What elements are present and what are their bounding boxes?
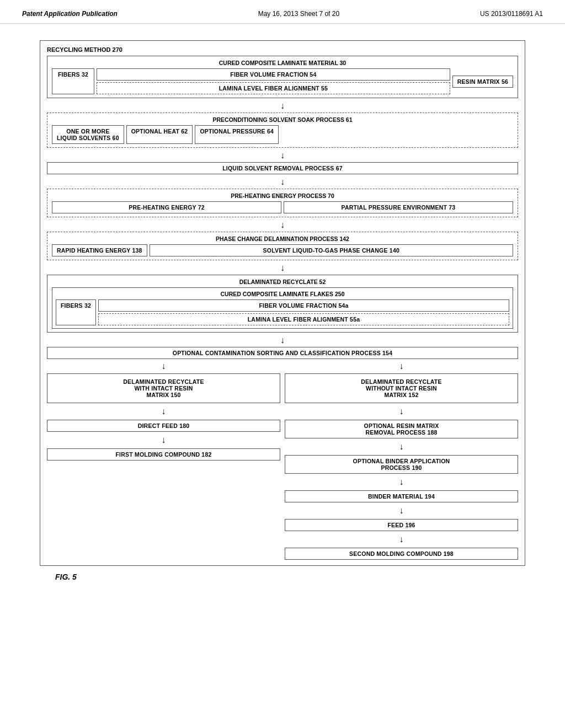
first-molding-box: FIRST MOLDING COMPOUND 182 (47, 448, 280, 461)
arrow-right-1: ↓ (285, 406, 518, 417)
second-molding-box: SECOND MOLDING COMPOUND 198 (285, 548, 518, 560)
cured-flakes-title: CURED COMPOSITE LAMINATE FLAKES 250 (56, 291, 509, 297)
arrow-4: ↓ (47, 220, 518, 231)
feed-196-box: FEED 196 (285, 519, 518, 531)
binder-material-box: BINDER MATERIAL 194 (285, 490, 518, 502)
optional-contamination-box: OPTIONAL CONTAMINATION SORTING AND CLASS… (47, 347, 518, 359)
publication-type: Patent Application Publication (22, 10, 118, 18)
optional-resin-removal-box: OPTIONAL RESIN MATRIX REMOVAL PROCESS 18… (285, 420, 518, 438)
optional-binder-box: OPTIONAL BINDER APPLICATION PROCESS 190 (285, 455, 518, 474)
diagram-area: RECYCLING METHOD 270 CURED COMPOSITE LAM… (0, 24, 565, 598)
arrow-left-1: ↓ (47, 406, 280, 417)
lamina-alignment-a-box: LAMINA LEVEL FIBER ALIGNMENT 55a (98, 313, 509, 325)
direct-feed-box: DIRECT FEED 180 (47, 420, 280, 432)
preconditioning-inner-row: ONE OR MORE LIQUID SOLVENTS 60 OPTIONAL … (52, 125, 513, 144)
arrow-6: ↓ (47, 335, 518, 346)
flowchart-container: RECYCLING METHOD 270 CURED COMPOSITE LAM… (40, 40, 525, 566)
arrow-5: ↓ (47, 263, 518, 274)
delaminated-recyclate-title: DELAMINATED RECYCLATE 52 (52, 279, 513, 285)
optional-pressure-box: OPTIONAL PRESSURE 64 (195, 125, 279, 144)
liquid-solvents-box: ONE OR MORE LIQUID SOLVENTS 60 (52, 125, 124, 144)
delaminated-recyclate-group: DELAMINATED RECYCLATE 52 CURED COMPOSITE… (47, 275, 518, 333)
two-col-section: DELAMINATED RECYCLATE WITH INTACT RESIN … (47, 373, 518, 560)
left-column: DELAMINATED RECYCLATE WITH INTACT RESIN … (47, 373, 280, 560)
phase-change-group: PHASE CHANGE DELAMINATION PROCESS 142 RA… (47, 232, 518, 260)
right-column: DELAMINATED RECYCLATE WITHOUT INTACT RES… (285, 373, 518, 560)
arrow-split-row: ↓ ↓ (47, 361, 518, 371)
resin-matrix-box: RESIN MATRIX 56 (452, 76, 513, 88)
arrow-right-2: ↓ (285, 441, 518, 452)
fig-label: FIG. 5 (55, 572, 537, 581)
pre-heating-inner-row: PRE-HEATING ENERGY 72 PARTIAL PRESSURE E… (52, 201, 513, 213)
rapid-heating-box: RAPID HEATING ENERGY 138 (52, 244, 147, 256)
phase-change-inner-row: RAPID HEATING ENERGY 138 SOLVENT LIQUID-… (52, 244, 513, 256)
delaminated-without-box: DELAMINATED RECYCLATE WITHOUT INTACT RES… (285, 373, 518, 403)
arrow-2: ↓ (47, 150, 518, 161)
delaminated-intact-box: DELAMINATED RECYCLATE WITH INTACT RESIN … (47, 373, 280, 403)
cured-composite-title: CURED COMPOSITE LAMINATE MATERIAL 30 (52, 60, 513, 66)
arrow-right-5: ↓ (285, 534, 518, 545)
arrow-right-3: ↓ (285, 477, 518, 488)
preconditioning-title: PRECONDITIONING SOLVENT SOAK PROCESS 61 (52, 116, 513, 123)
arrow-left-2: ↓ (47, 435, 280, 446)
fibers-32-box: FIBERS 32 (52, 68, 94, 94)
main-label: RECYCLING METHOD 270 (47, 46, 518, 53)
flakes-inner-row: FIBERS 32 FIBER VOLUME FRACTION 54a LAMI… (56, 299, 509, 325)
fibers-32a-box: FIBERS 32 (56, 299, 96, 325)
pre-heating-energy-box: PRE-HEATING ENERGY 72 (52, 201, 281, 213)
fibers-fiber-vol-row: FIBERS 32 FIBER VOLUME FRACTION 54 LAMIN… (52, 68, 513, 94)
fiber-vol-fraction-a-box: FIBER VOLUME FRACTION 54a (98, 299, 509, 312)
cured-flakes-group: CURED COMPOSITE LAMINATE FLAKES 250 FIBE… (52, 287, 513, 329)
arrow-right-4: ↓ (285, 505, 518, 516)
cured-composite-group: CURED COMPOSITE LAMINATE MATERIAL 30 FIB… (47, 56, 518, 98)
partial-pressure-box: PARTIAL PRESSURE ENVIRONMENT 73 (284, 201, 513, 213)
arrow-3: ↓ (47, 176, 518, 188)
fiber-vol-fraction-box: FIBER VOLUME FRACTION 54 (97, 68, 450, 81)
pre-heating-group: PRE-HEATING ENERGY PROCESS 70 PRE-HEATIN… (47, 189, 518, 217)
lamina-alignment-box: LAMINA LEVEL FIBER ALIGNMENT 55 (97, 82, 450, 94)
preconditioning-group: PRECONDITIONING SOLVENT SOAK PROCESS 61 … (47, 113, 518, 148)
date-sheet: May 16, 2013 Sheet 7 of 20 (258, 10, 339, 18)
optional-heat-box: OPTIONAL HEAT 62 (126, 125, 193, 144)
patent-number: US 2013/0118691 A1 (480, 10, 543, 18)
arrow-left: ↓ (47, 361, 280, 371)
fiber-vol-col-a: FIBER VOLUME FRACTION 54a LAMINA LEVEL F… (98, 299, 509, 325)
arrow-right: ↓ (285, 361, 518, 371)
liquid-solvent-removal-box: LIQUID SOLVENT REMOVAL PROCESS 67 (47, 162, 518, 174)
page-header: Patent Application Publication May 16, 2… (0, 0, 565, 24)
phase-change-title: PHASE CHANGE DELAMINATION PROCESS 142 (52, 235, 513, 242)
arrow-1: ↓ (47, 100, 518, 111)
pre-heating-title: PRE-HEATING ENERGY PROCESS 70 (52, 192, 513, 199)
solvent-liquid-gas-box: SOLVENT LIQUID-TO-GAS PHASE CHANGE 140 (150, 244, 513, 256)
fiber-vol-col: FIBER VOLUME FRACTION 54 LAMINA LEVEL FI… (97, 68, 450, 94)
